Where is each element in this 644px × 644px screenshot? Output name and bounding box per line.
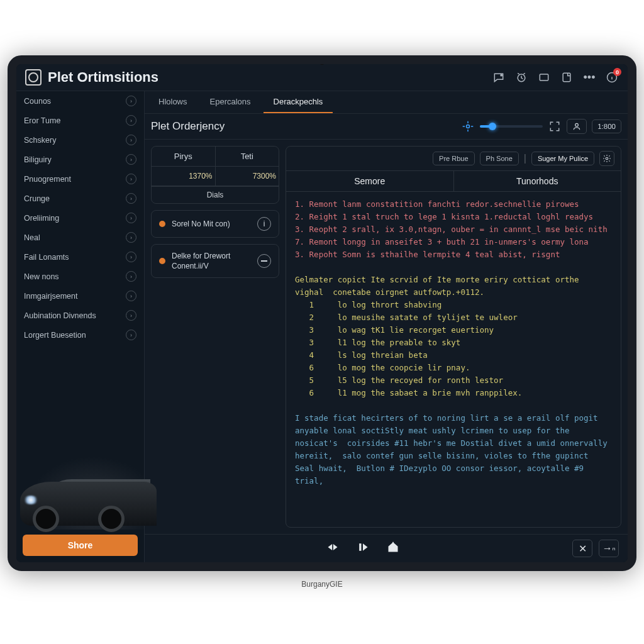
rewind-button[interactable] — [326, 541, 339, 556]
console-output: 1. Remont lanm constatition fanchti redo… — [286, 192, 621, 527]
card-text: Sorel No Mit con) — [172, 219, 251, 229]
main-action-button[interactable]: Suger My Pulice — [531, 152, 594, 165]
chevron-right-icon: › — [126, 154, 136, 165]
chevron-right-icon: › — [126, 310, 136, 321]
info-circle-icon[interactable]: i — [257, 217, 271, 231]
tab-derackpechls[interactable]: Derackpechls — [264, 91, 333, 113]
pause-button[interactable]: Ph Sone — [480, 152, 519, 165]
svg-point-7 — [606, 157, 608, 160]
tab-hlolows[interactable]: Hlolows — [148, 91, 197, 113]
chevron-right-icon: › — [126, 174, 136, 184]
console-intro: Gelmater copict Ite scrvid of Ite morte … — [295, 275, 584, 297]
svg-point-6 — [575, 123, 579, 126]
app-title: Plet Ortimsitions — [48, 69, 158, 86]
tab-bar: Hlolows Epercalons Derackpechls — [145, 91, 628, 114]
sidebar-item-oreliiming[interactable]: Oreliiming› — [16, 208, 144, 228]
metrics-table: Pirys Teti 1370% 7300% Dials — [151, 146, 279, 204]
next-button[interactable]: →n — [599, 540, 619, 557]
sidebar-item-counos[interactable]: Counos› — [16, 91, 144, 111]
sidebar-item-inmgairjsement[interactable]: Inmgairjsement› — [16, 286, 144, 306]
console-blue-block: I stade ficat hecirters of to noring lir… — [295, 413, 612, 486]
home-button[interactable] — [387, 541, 399, 556]
chevron-right-icon: › — [126, 232, 136, 243]
card-text: Delke for Drewort Conent.ii/V — [172, 251, 251, 271]
sidebar-item-fail-lonamts[interactable]: Fail Lonamts› — [16, 247, 144, 267]
svg-point-5 — [467, 125, 470, 128]
chevron-right-icon: › — [126, 330, 136, 340]
zoom-slider[interactable] — [480, 125, 543, 128]
info-icon[interactable]: 0 — [605, 70, 619, 84]
window-icon[interactable] — [537, 70, 551, 84]
col-header-pirys: Pirys — [152, 147, 216, 167]
card-delke[interactable]: Delke for Drewort Conent.ii/V — [151, 244, 279, 278]
status-dot-icon — [159, 258, 165, 264]
footer-bar: ✕ →n — [145, 534, 628, 562]
col-header-teti: Teti — [216, 147, 279, 167]
target-icon[interactable] — [461, 119, 475, 133]
app-logo-icon — [25, 69, 42, 86]
user-chip[interactable] — [567, 119, 587, 134]
titlebar: Plet Ortimsitions ••• 0 — [16, 64, 628, 91]
sidebar-item-neal[interactable]: Neal› — [16, 228, 144, 247]
chat-icon[interactable] — [492, 70, 506, 84]
expand-icon[interactable] — [548, 119, 562, 133]
chevron-right-icon: › — [126, 213, 136, 223]
share-button[interactable]: Shore — [23, 535, 138, 556]
play-pause-button[interactable] — [357, 541, 369, 556]
divider: | — [524, 153, 526, 164]
chevron-right-icon: › — [126, 115, 136, 126]
device-label: BurganyGIE — [301, 571, 342, 589]
console-panel: Pre Rbue Ph Sone | Suger My Pulice Semor… — [286, 146, 621, 528]
chevron-right-icon: › — [126, 271, 136, 282]
sidebar-item-pnuogrement[interactable]: Pnuogrement› — [16, 169, 144, 189]
secondary-bar: Plet Orderjency 1:800 — [145, 114, 628, 140]
alarm-icon[interactable] — [514, 70, 528, 84]
svg-rect-8 — [359, 543, 361, 551]
tab-epercalons[interactable]: Epercalons — [200, 91, 261, 113]
metrics-column: Pirys Teti 1370% 7300% Dials Sorel No — [151, 146, 279, 528]
cell-pirys: 1370% — [152, 167, 216, 186]
more-icon[interactable]: ••• — [582, 70, 596, 84]
note-icon[interactable] — [560, 70, 574, 84]
notification-badge: 0 — [613, 68, 621, 76]
sidebar-item-biliguiry[interactable]: Biliguiry› — [16, 150, 144, 169]
ratio-chip[interactable]: 1:800 — [592, 119, 621, 133]
main-panel: Hlolows Epercalons Derackpechls Plet Ord… — [145, 91, 628, 562]
svg-point-0 — [501, 75, 502, 76]
chevron-right-icon: › — [126, 291, 136, 301]
sidebar-item-lorgert[interactable]: Lorgert Buesetion› — [16, 325, 144, 345]
section-title: Plet Orderjency — [151, 120, 225, 133]
sidebar-item-crunge[interactable]: Crunge› — [16, 189, 144, 208]
chevron-right-icon: › — [126, 135, 136, 145]
card-sorel[interactable]: Sorel No Mit con) i — [151, 210, 279, 238]
console-yellow-rows: 1 lo log thrort shabving 2 lo meusihe sa… — [295, 300, 522, 397]
sidebar-list: Counos› Eror Tume› Schskery› Biliguiry› … — [16, 91, 144, 448]
close-button[interactable]: ✕ — [572, 540, 592, 557]
chevron-right-icon: › — [126, 96, 136, 106]
svg-rect-2 — [540, 74, 548, 80]
svg-rect-3 — [563, 73, 570, 81]
prev-button[interactable]: Pre Rbue — [433, 152, 474, 165]
car-illustration — [16, 448, 144, 530]
console-actions: Pre Rbue Ph Sone | Suger My Pulice — [286, 147, 621, 171]
sidebar-item-eror-tume[interactable]: Eror Tume› — [16, 111, 144, 130]
dials-label: Dials — [152, 186, 279, 203]
status-dot-icon — [159, 221, 165, 227]
console-red-block: 1. Remont lanm constatition fanchti redo… — [295, 199, 608, 259]
col-header-tunorhods: Tunorhods — [454, 171, 621, 191]
sidebar: Counos› Eror Tume› Schskery› Biliguiry› … — [16, 91, 145, 562]
chevron-right-icon: › — [126, 193, 136, 204]
sidebar-item-new-nons[interactable]: New nons› — [16, 267, 144, 286]
minus-circle-icon[interactable] — [257, 254, 271, 268]
sidebar-item-schskery[interactable]: Schskery› — [16, 130, 144, 150]
col-header-semore: Semore — [286, 171, 454, 191]
ratio-value: 1:800 — [597, 123, 616, 130]
cell-teti: 7300% — [216, 167, 279, 186]
sidebar-item-aubination[interactable]: Aubination Divnends› — [16, 306, 144, 325]
chevron-right-icon: › — [126, 252, 136, 262]
settings-button[interactable] — [599, 151, 614, 166]
